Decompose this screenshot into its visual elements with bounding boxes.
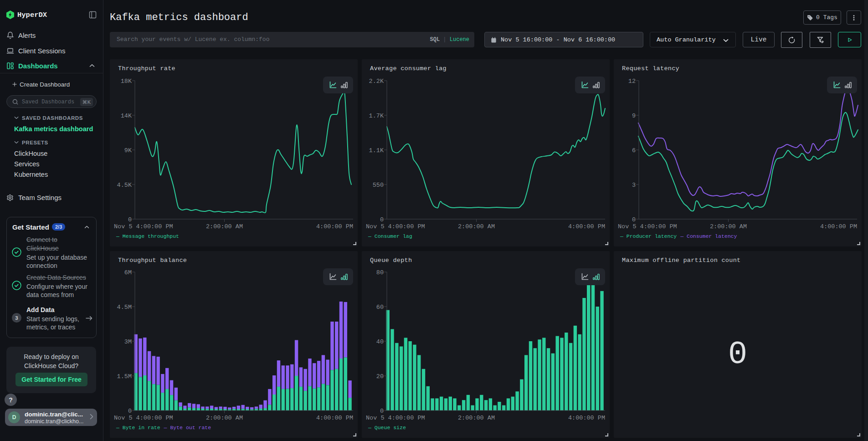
svg-text:4:00:00 PM: 4:00:00 PM [568, 223, 605, 230]
svg-text:14K: 14K [121, 113, 132, 119]
svg-text:12: 12 [628, 78, 636, 85]
svg-text:0: 0 [128, 216, 132, 223]
svg-text:4:00:00 PM: 4:00:00 PM [316, 223, 353, 230]
svg-text:2:00:00 AM: 2:00:00 AM [458, 223, 495, 230]
svg-text:3: 3 [632, 182, 636, 189]
svg-text:4.5K: 4.5K [117, 182, 132, 189]
svg-text:1.5M: 1.5M [117, 373, 132, 380]
svg-text:2:00:00 AM: 2:00:00 AM [458, 415, 495, 421]
svg-text:80: 80 [376, 269, 384, 276]
svg-text:18K: 18K [121, 78, 132, 85]
svg-text:3M: 3M [124, 338, 132, 345]
svg-text:4:00:00 PM: 4:00:00 PM [568, 415, 605, 421]
svg-text:0: 0 [380, 408, 384, 415]
svg-text:2:00:00 AM: 2:00:00 AM [206, 223, 243, 230]
svg-text:40: 40 [376, 338, 384, 345]
svg-text:Nov 5 4:00:00 PM: Nov 5 4:00:00 PM [618, 223, 677, 230]
svg-text:20: 20 [376, 373, 384, 380]
svg-text:2:00:00 AM: 2:00:00 AM [710, 223, 747, 230]
svg-text:— Consumer latency: — Consumer latency [680, 233, 737, 239]
svg-text:Nov 5 4:00:00 PM: Nov 5 4:00:00 PM [114, 223, 173, 230]
svg-text:6M: 6M [124, 269, 132, 276]
svg-text:2.2K: 2.2K [369, 78, 384, 85]
svg-text:— Consumer lag: — Consumer lag [368, 233, 412, 239]
svg-text:9K: 9K [124, 147, 132, 154]
svg-text:1.7K: 1.7K [369, 113, 384, 119]
svg-text:— Message throughput: — Message throughput [116, 233, 179, 239]
svg-text:4:00:00 PM: 4:00:00 PM [820, 223, 857, 230]
svg-text:— Queue size: — Queue size [368, 425, 406, 431]
svg-text:— Byte in rate: — Byte in rate [116, 425, 160, 431]
svg-text:Nov 5 4:00:00 PM: Nov 5 4:00:00 PM [366, 415, 425, 421]
svg-text:— Producer latency: — Producer latency [620, 233, 677, 239]
svg-text:9: 9 [632, 113, 636, 119]
svg-text:0: 0 [128, 408, 132, 415]
svg-text:Nov 5 4:00:00 PM: Nov 5 4:00:00 PM [114, 415, 173, 421]
svg-text:4:00:00 PM: 4:00:00 PM [316, 415, 353, 421]
svg-text:2:00:00 AM: 2:00:00 AM [206, 415, 243, 421]
svg-text:1.1K: 1.1K [369, 147, 384, 154]
svg-text:60: 60 [376, 304, 384, 311]
svg-text:— Byte out rate: — Byte out rate [164, 425, 211, 431]
svg-text:0: 0 [380, 216, 384, 223]
svg-text:Nov 5 4:00:00 PM: Nov 5 4:00:00 PM [366, 223, 425, 230]
svg-text:4.5M: 4.5M [117, 304, 132, 311]
svg-text:0: 0 [632, 216, 636, 223]
svg-text:550: 550 [373, 182, 384, 189]
svg-text:6: 6 [632, 147, 636, 154]
